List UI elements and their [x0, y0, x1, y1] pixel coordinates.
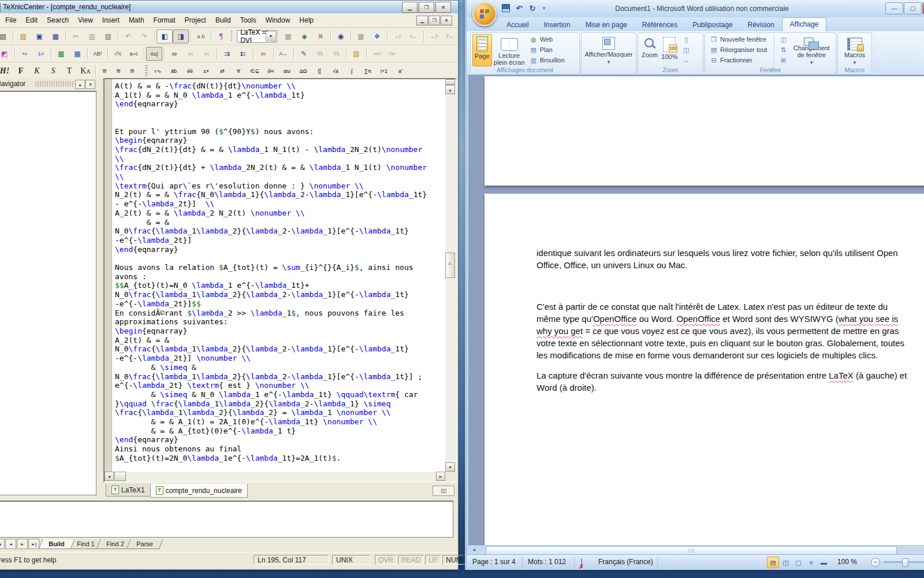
greek-lowercase-button[interactable]: αω: [279, 64, 295, 78]
math-bar-toggle-button[interactable]: α±∫: [146, 47, 162, 61]
menu-help[interactable]: Help: [295, 14, 318, 27]
navigator-close-icon[interactable]: ✕: [85, 80, 95, 89]
tab-list-button[interactable]: ▯▯: [433, 486, 454, 496]
zoom-slider-handle[interactable]: [902, 558, 908, 567]
maximize-button[interactable]: ❐: [419, 2, 434, 13]
menu-insert[interactable]: Insert: [98, 14, 124, 27]
ribbon-tab-insertion[interactable]: Insertion: [536, 18, 578, 31]
close-button[interactable]: ✕: [435, 2, 451, 13]
previous-error-button[interactable]: !←: [405, 29, 422, 43]
split-window-button[interactable]: ⊟Fractionner: [708, 55, 772, 65]
save-button[interactable]: ▣: [31, 29, 47, 43]
toggle-output-view-button[interactable]: ◨: [173, 29, 189, 43]
word-horizontal-scrollbar[interactable]: ◄: [468, 545, 924, 555]
spell-check-icon[interactable]: [581, 559, 582, 567]
status-page-count[interactable]: Page : 1 sur 4: [472, 558, 516, 566]
subscripts-button[interactable]: i+1: [376, 64, 392, 78]
superscript-text-button[interactable]: AB²: [90, 47, 106, 61]
macros-button[interactable]: Macros ▼: [843, 34, 867, 66]
web-layout-button[interactable]: ◍Web: [528, 34, 567, 44]
delimiters-button[interactable]: {[: [311, 64, 327, 78]
align-left-button[interactable]: ≡: [98, 65, 111, 77]
letter-accents-button[interactable]: éè: [182, 64, 198, 78]
find-button[interactable]: ∞: [166, 47, 182, 61]
menu-build[interactable]: Build: [211, 14, 236, 27]
previous-warning-button[interactable]: ?←: [442, 29, 458, 43]
build-project-button[interactable]: ◈: [296, 29, 312, 43]
menu-format[interactable]: Format: [149, 14, 180, 27]
view-output-window-button[interactable]: ❖: [369, 29, 385, 43]
full-screen-reading-button[interactable]: Lecture plein écran: [492, 34, 527, 66]
show-hide-button[interactable]: Afficher/Masquer ▼: [583, 34, 635, 66]
status-zoom-level[interactable]: 100 %: [837, 558, 857, 566]
status-language[interactable]: Français (France): [598, 558, 653, 566]
previous-tab-icon[interactable]: ◄: [5, 539, 16, 549]
output-tab-parse[interactable]: Parse: [126, 539, 163, 549]
quantifier-symbols-button[interactable]: ∀: [230, 64, 247, 78]
navigator-pin-icon[interactable]: ▴: [75, 80, 85, 89]
arrange-all-button[interactable]: ▤Réorganiser tout: [708, 45, 772, 54]
ribbon-tab-accueil[interactable]: Accueil: [499, 18, 536, 31]
mdi-minimize-button[interactable]: ▁: [416, 16, 428, 25]
replace-forward-button[interactable]: ⇉: [219, 47, 235, 61]
preview-output-button[interactable]: ◉: [333, 29, 349, 43]
editor-code-area[interactable]: A(t) & = & -\frac{dN(t)}{dt}\nonumber \\…: [112, 79, 445, 472]
toggle-panes-button[interactable]: ◩: [0, 47, 13, 61]
paste-button[interactable]: ▧: [100, 29, 116, 43]
editor-vertical-scrollbar[interactable]: ▲ ▼: [445, 79, 456, 472]
office-button[interactable]: [472, 2, 497, 26]
print-layout-view-button[interactable]: ▤: [767, 557, 779, 568]
text-accents-button[interactable]: äb: [166, 64, 182, 78]
undo-icon[interactable]: ↶: [513, 3, 525, 13]
mdi-restore-button[interactable]: ❐: [429, 16, 440, 25]
output-tab-build[interactable]: Build: [39, 539, 74, 549]
previous-bookmark-button[interactable]: %: [328, 47, 344, 61]
greek-uppercase-button[interactable]: ΔΩ: [295, 64, 311, 78]
find-previous-button[interactable]: ∞: [199, 47, 215, 61]
insert-image-button[interactable]: ▩: [53, 47, 69, 61]
toggle-navigator-view-button[interactable]: ◧: [157, 29, 173, 43]
new-document-button[interactable]: ▤: [0, 29, 11, 43]
integrals-button[interactable]: ∫: [344, 64, 360, 78]
reset-window-position-button[interactable]: ⊞: [777, 55, 789, 65]
insert-root-button[interactable]: √½: [110, 47, 126, 61]
next-bookmark-button[interactable]: %: [312, 47, 328, 61]
run-batch-button[interactable]: ▦: [280, 29, 296, 43]
misc-symbols-button[interactable]: ∂∞: [263, 64, 279, 78]
incremental-search-button[interactable]: A←: [275, 47, 292, 61]
save-all-button[interactable]: ▦: [47, 29, 64, 43]
navigator-grip[interactable]: [35, 81, 73, 87]
word-document-area[interactable]: identique suivant les ordinateurs sur le…: [468, 75, 924, 546]
replace-backward-button[interactable]: ⇇: [235, 47, 251, 61]
binary-operators-button[interactable]: ±×: [198, 64, 214, 78]
combo-dropdown-icon[interactable]: ▼: [266, 31, 276, 42]
ribbon-tab-r-f-rences[interactable]: Références: [635, 18, 685, 31]
editor-horizontal-scrollbar[interactable]: ◄ ►: [105, 472, 445, 481]
numbered-list-button[interactable]: 1≡: [33, 47, 49, 61]
toggle-bookmark-button[interactable]: ✎: [296, 47, 312, 61]
insert-header-button[interactable]: H!: [0, 65, 13, 77]
page-width-button[interactable]: ↔: [680, 55, 692, 65]
build-output-area[interactable]: [0, 501, 453, 538]
print-layout-button[interactable]: Page: [472, 34, 492, 66]
build-errors-button[interactable]: ▩: [353, 29, 369, 43]
insert-table-button[interactable]: ▦: [69, 47, 85, 61]
cut-button[interactable]: ✂: [68, 29, 84, 43]
outline-view-button[interactable]: ≡: [805, 557, 817, 568]
horizontal-scroll-thumb[interactable]: [486, 546, 897, 555]
menu-file[interactable]: File: [1, 14, 21, 27]
next-warning-button[interactable]: →?: [426, 29, 442, 43]
find-next-button[interactable]: ∞: [182, 47, 199, 61]
radicals-button[interactable]: √a: [327, 64, 344, 78]
ribbon-tab-affichage[interactable]: Affichage: [782, 17, 827, 31]
repeat-icon[interactable]: ↻: [527, 3, 538, 13]
ribbon-tab-mise-en-page[interactable]: Mise en page: [578, 18, 635, 31]
view-side-by-side-button[interactable]: ◫: [777, 34, 789, 44]
menu-project[interactable]: Project: [180, 14, 211, 27]
menu-math[interactable]: Math: [124, 14, 149, 27]
italic-button[interactable]: K: [29, 65, 45, 77]
scroll-down-icon[interactable]: ▼: [445, 462, 455, 472]
menu-edit[interactable]: Edit: [21, 14, 42, 27]
arrow-symbols-button[interactable]: ⇄: [214, 64, 230, 78]
goto-definition-button[interactable]: ▨: [348, 47, 364, 61]
